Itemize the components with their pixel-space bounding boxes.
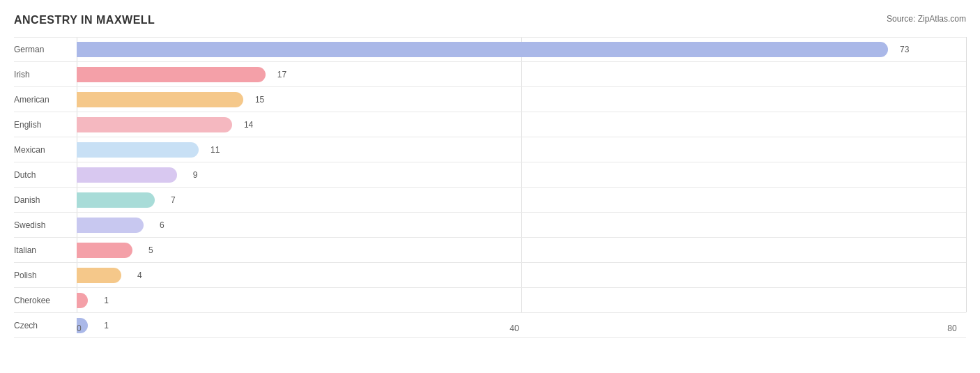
bar-row: Swedish6 bbox=[14, 213, 966, 238]
bar-value: 9 bbox=[193, 170, 198, 180]
bar-fill: 5 bbox=[77, 243, 132, 258]
bar-row: German73 bbox=[14, 37, 966, 62]
bar-fill: 9 bbox=[77, 167, 177, 183]
bar-row: Irish17 bbox=[14, 62, 966, 87]
bar-label: Polish bbox=[14, 271, 77, 280]
bar-label: Mexican bbox=[14, 145, 77, 155]
bar-label: English bbox=[14, 120, 77, 130]
bar-value: 17 bbox=[277, 70, 286, 79]
x-axis-label: 80 bbox=[947, 323, 956, 333]
bar-row: Dutch9 bbox=[14, 162, 966, 188]
bar-row: Italian5 bbox=[14, 238, 966, 263]
bar-label: Czech bbox=[14, 321, 77, 330]
bar-row: Cherokee1 bbox=[14, 288, 966, 313]
bar-row: English14 bbox=[14, 112, 966, 137]
chart-area: German73Irish17American15English14Mexica… bbox=[14, 37, 966, 333]
bar-value: 73 bbox=[900, 45, 909, 54]
bar-track: 5 bbox=[77, 243, 966, 258]
bar-value: 4 bbox=[137, 271, 142, 280]
bar-track: 1 bbox=[77, 293, 966, 308]
bar-track: 6 bbox=[77, 218, 966, 233]
bar-label: Irish bbox=[14, 70, 77, 79]
bar-track: 11 bbox=[77, 142, 966, 158]
bar-value: 11 bbox=[210, 145, 220, 155]
bar-fill: 15 bbox=[77, 92, 243, 107]
bar-label: Dutch bbox=[14, 170, 77, 180]
bar-value: 14 bbox=[244, 120, 253, 130]
bar-row: Danish7 bbox=[14, 188, 966, 213]
bar-fill: 6 bbox=[77, 218, 144, 233]
bar-value: 7 bbox=[171, 195, 176, 205]
bar-value: 5 bbox=[148, 245, 153, 255]
bar-row: Mexican11 bbox=[14, 137, 966, 162]
bar-label: Cherokee bbox=[14, 296, 77, 305]
bar-label: Swedish bbox=[14, 220, 77, 230]
bar-label: Danish bbox=[14, 195, 77, 205]
x-axis-label: 40 bbox=[510, 323, 519, 333]
bar-track: 9 bbox=[77, 167, 966, 183]
bar-label: German bbox=[14, 45, 77, 54]
bar-track: 4 bbox=[77, 268, 966, 283]
bar-fill: 17 bbox=[77, 67, 266, 82]
chart-container: ANCESTRY IN MAXWELL Source: ZipAtlas.com… bbox=[0, 0, 980, 373]
bar-fill: 11 bbox=[77, 142, 199, 158]
bar-fill: 73 bbox=[77, 42, 888, 57]
bar-fill: 14 bbox=[77, 117, 232, 132]
chart-title: ANCESTRY IN MAXWELL bbox=[14, 14, 966, 26]
bar-fill: 4 bbox=[77, 268, 121, 283]
grid-line bbox=[966, 37, 967, 312]
bar-track: 17 bbox=[77, 67, 966, 82]
bar-fill: 7 bbox=[77, 192, 155, 208]
bar-row: Polish4 bbox=[14, 263, 966, 288]
bar-value: 15 bbox=[255, 95, 264, 105]
bar-label: Italian bbox=[14, 245, 77, 255]
bar-label: American bbox=[14, 95, 77, 105]
x-axis: 04080 bbox=[77, 323, 966, 333]
bar-value: 1 bbox=[104, 296, 109, 305]
x-axis-label: 0 bbox=[77, 323, 82, 333]
bar-track: 73 bbox=[77, 42, 966, 57]
bar-value: 6 bbox=[160, 220, 164, 230]
bar-track: 7 bbox=[77, 192, 966, 208]
bars-section: German73Irish17American15English14Mexica… bbox=[14, 37, 966, 312]
bar-track: 15 bbox=[77, 92, 966, 107]
bar-track: 14 bbox=[77, 117, 966, 132]
bar-fill: 1 bbox=[77, 293, 88, 308]
bar-row: American15 bbox=[14, 87, 966, 112]
source-label: Source: ZipAtlas.com bbox=[887, 14, 966, 24]
